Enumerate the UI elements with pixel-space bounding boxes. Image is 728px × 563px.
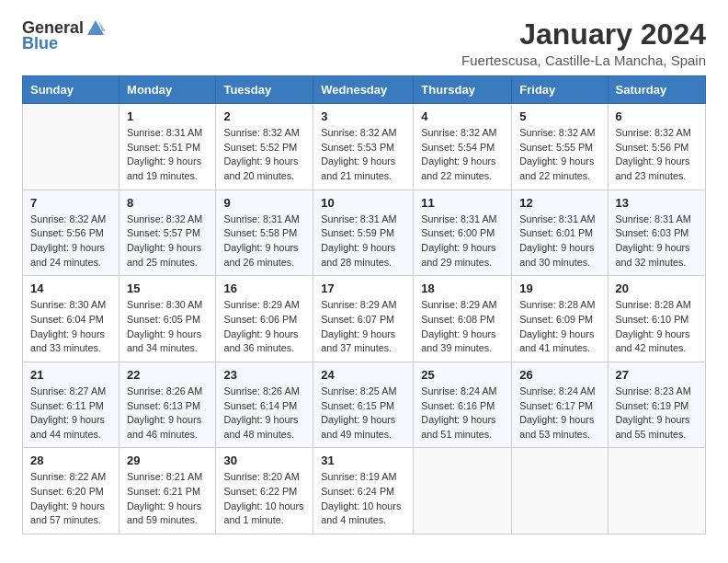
day-cell: 2 Sunrise: 8:32 AMSunset: 5:52 PMDayligh… xyxy=(216,104,313,190)
day-cell: 25 Sunrise: 8:24 AMSunset: 6:16 PMDaylig… xyxy=(414,362,512,448)
logo-blue: Blue xyxy=(22,35,58,53)
day-number: 19 xyxy=(519,282,599,295)
day-info: Sunrise: 8:30 AMSunset: 6:05 PMDaylight:… xyxy=(127,299,202,353)
week-row-1: 7 Sunrise: 8:32 AMSunset: 5:56 PMDayligh… xyxy=(23,190,706,276)
day-cell: 18 Sunrise: 8:29 AMSunset: 6:08 PMDaylig… xyxy=(414,276,512,362)
day-info: Sunrise: 8:32 AMSunset: 5:54 PMDaylight:… xyxy=(421,127,496,181)
day-info: Sunrise: 8:32 AMSunset: 5:57 PMDaylight:… xyxy=(127,213,202,268)
day-number: 12 xyxy=(519,196,599,210)
week-row-0: 1 Sunrise: 8:31 AMSunset: 5:51 PMDayligh… xyxy=(23,104,706,190)
day-number: 6 xyxy=(616,109,699,123)
week-row-3: 21 Sunrise: 8:27 AMSunset: 6:11 PMDaylig… xyxy=(23,362,706,448)
day-info: Sunrise: 8:19 AMSunset: 6:24 PMDaylight:… xyxy=(321,471,401,525)
header-friday: Friday xyxy=(512,76,608,104)
day-number: 28 xyxy=(30,454,111,467)
day-info: Sunrise: 8:29 AMSunset: 6:07 PMDaylight:… xyxy=(321,299,396,353)
day-number: 13 xyxy=(616,196,699,210)
calendar-title: January 2024 xyxy=(461,18,706,51)
day-number: 15 xyxy=(127,282,208,295)
title-area: January 2024 Fuertescusa, Castille-La Ma… xyxy=(461,18,706,68)
days-header-row: Sunday Monday Tuesday Wednesday Thursday… xyxy=(23,76,706,104)
day-number: 21 xyxy=(30,368,111,382)
day-cell: 31 Sunrise: 8:19 AMSunset: 6:24 PMDaylig… xyxy=(313,448,414,534)
day-info: Sunrise: 8:31 AMSunset: 6:03 PMDaylight:… xyxy=(616,213,691,268)
day-number: 7 xyxy=(30,196,111,210)
week-row-4: 28 Sunrise: 8:22 AMSunset: 6:20 PMDaylig… xyxy=(23,448,706,534)
day-cell xyxy=(23,104,119,190)
week-row-2: 14 Sunrise: 8:30 AMSunset: 6:04 PMDaylig… xyxy=(23,276,706,362)
day-info: Sunrise: 8:27 AMSunset: 6:11 PMDaylight:… xyxy=(30,385,106,440)
header-tuesday: Tuesday xyxy=(216,76,313,104)
day-info: Sunrise: 8:32 AMSunset: 5:52 PMDaylight:… xyxy=(223,127,299,181)
day-number: 5 xyxy=(519,109,599,123)
day-cell: 10 Sunrise: 8:31 AMSunset: 5:59 PMDaylig… xyxy=(313,190,414,276)
day-number: 2 xyxy=(223,109,305,123)
day-info: Sunrise: 8:24 AMSunset: 6:16 PMDaylight:… xyxy=(421,385,496,440)
day-info: Sunrise: 8:25 AMSunset: 6:15 PMDaylight:… xyxy=(321,385,396,440)
day-cell xyxy=(608,448,706,534)
day-number: 14 xyxy=(30,282,111,295)
day-info: Sunrise: 8:31 AMSunset: 5:51 PMDaylight:… xyxy=(127,127,202,181)
day-info: Sunrise: 8:31 AMSunset: 6:01 PMDaylight:… xyxy=(519,213,595,268)
day-cell: 28 Sunrise: 8:22 AMSunset: 6:20 PMDaylig… xyxy=(23,448,119,534)
day-info: Sunrise: 8:30 AMSunset: 6:04 PMDaylight:… xyxy=(30,299,106,353)
day-cell: 14 Sunrise: 8:30 AMSunset: 6:04 PMDaylig… xyxy=(23,276,119,362)
day-cell: 12 Sunrise: 8:31 AMSunset: 6:01 PMDaylig… xyxy=(512,190,608,276)
day-cell: 15 Sunrise: 8:30 AMSunset: 6:05 PMDaylig… xyxy=(119,276,216,362)
day-info: Sunrise: 8:31 AMSunset: 6:00 PMDaylight:… xyxy=(421,213,496,268)
day-cell: 27 Sunrise: 8:23 AMSunset: 6:19 PMDaylig… xyxy=(608,362,706,448)
day-cell: 21 Sunrise: 8:27 AMSunset: 6:11 PMDaylig… xyxy=(23,362,119,448)
day-cell: 7 Sunrise: 8:32 AMSunset: 5:56 PMDayligh… xyxy=(23,190,119,276)
day-number: 11 xyxy=(421,196,504,210)
day-info: Sunrise: 8:26 AMSunset: 6:13 PMDaylight:… xyxy=(127,385,202,440)
calendar-table: Sunday Monday Tuesday Wednesday Thursday… xyxy=(22,75,706,534)
day-number: 18 xyxy=(421,282,504,295)
day-number: 23 xyxy=(223,368,305,382)
day-cell: 6 Sunrise: 8:32 AMSunset: 5:56 PMDayligh… xyxy=(608,104,706,190)
day-number: 8 xyxy=(127,196,208,210)
day-info: Sunrise: 8:21 AMSunset: 6:21 PMDaylight:… xyxy=(127,471,202,525)
day-cell: 3 Sunrise: 8:32 AMSunset: 5:53 PMDayligh… xyxy=(313,104,414,190)
day-cell: 29 Sunrise: 8:21 AMSunset: 6:21 PMDaylig… xyxy=(119,448,216,534)
day-number: 31 xyxy=(321,454,405,467)
header-sunday: Sunday xyxy=(23,76,119,104)
day-cell: 16 Sunrise: 8:29 AMSunset: 6:06 PMDaylig… xyxy=(216,276,313,362)
day-cell: 11 Sunrise: 8:31 AMSunset: 6:00 PMDaylig… xyxy=(414,190,512,276)
day-number: 4 xyxy=(421,109,504,123)
day-cell: 9 Sunrise: 8:31 AMSunset: 5:58 PMDayligh… xyxy=(216,190,313,276)
day-cell: 1 Sunrise: 8:31 AMSunset: 5:51 PMDayligh… xyxy=(119,104,216,190)
day-info: Sunrise: 8:23 AMSunset: 6:19 PMDaylight:… xyxy=(616,385,691,440)
page-header: General Blue January 2024 Fuertescusa, C… xyxy=(22,18,706,68)
day-info: Sunrise: 8:22 AMSunset: 6:20 PMDaylight:… xyxy=(30,471,106,525)
day-info: Sunrise: 8:29 AMSunset: 6:08 PMDaylight:… xyxy=(421,299,496,353)
day-cell: 19 Sunrise: 8:28 AMSunset: 6:09 PMDaylig… xyxy=(512,276,608,362)
header-thursday: Thursday xyxy=(414,76,512,104)
day-info: Sunrise: 8:29 AMSunset: 6:06 PMDaylight:… xyxy=(223,299,299,353)
calendar-subtitle: Fuertescusa, Castille-La Mancha, Spain xyxy=(461,52,706,68)
logo: General Blue xyxy=(22,18,106,53)
day-number: 20 xyxy=(616,282,699,295)
day-number: 3 xyxy=(321,109,405,123)
day-info: Sunrise: 8:32 AMSunset: 5:56 PMDaylight:… xyxy=(616,127,691,181)
logo-icon xyxy=(85,18,106,39)
day-info: Sunrise: 8:32 AMSunset: 5:56 PMDaylight:… xyxy=(30,213,106,268)
day-number: 9 xyxy=(223,196,305,210)
day-info: Sunrise: 8:32 AMSunset: 5:55 PMDaylight:… xyxy=(519,127,595,181)
day-number: 30 xyxy=(223,454,305,467)
day-number: 10 xyxy=(321,196,405,210)
day-cell: 4 Sunrise: 8:32 AMSunset: 5:54 PMDayligh… xyxy=(414,104,512,190)
day-cell: 8 Sunrise: 8:32 AMSunset: 5:57 PMDayligh… xyxy=(119,190,216,276)
day-cell: 23 Sunrise: 8:26 AMSunset: 6:14 PMDaylig… xyxy=(216,362,313,448)
header-monday: Monday xyxy=(119,76,216,104)
day-info: Sunrise: 8:32 AMSunset: 5:53 PMDaylight:… xyxy=(321,127,396,181)
day-info: Sunrise: 8:26 AMSunset: 6:14 PMDaylight:… xyxy=(223,385,299,440)
day-number: 24 xyxy=(321,368,405,382)
day-number: 26 xyxy=(519,368,599,382)
day-info: Sunrise: 8:31 AMSunset: 5:59 PMDaylight:… xyxy=(321,213,396,268)
day-cell: 30 Sunrise: 8:20 AMSunset: 6:22 PMDaylig… xyxy=(216,448,313,534)
day-cell: 26 Sunrise: 8:24 AMSunset: 6:17 PMDaylig… xyxy=(512,362,608,448)
day-number: 22 xyxy=(127,368,208,382)
day-info: Sunrise: 8:28 AMSunset: 6:10 PMDaylight:… xyxy=(616,299,691,353)
day-number: 16 xyxy=(223,282,305,295)
day-number: 27 xyxy=(616,368,699,382)
